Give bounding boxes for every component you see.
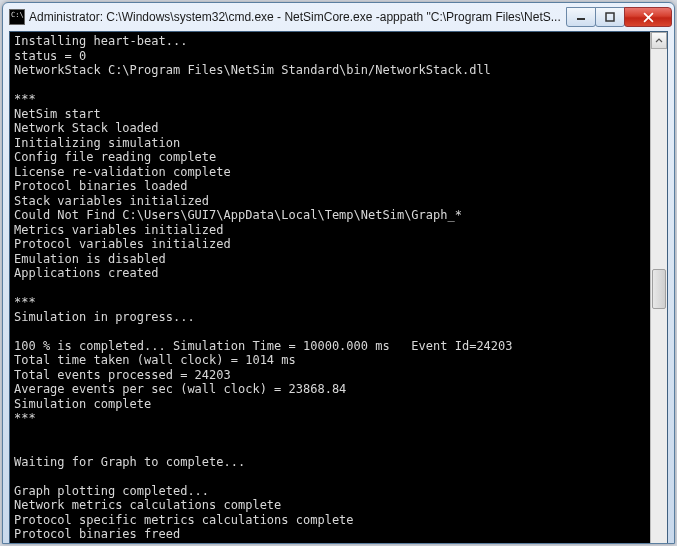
console-line: Config file reading complete [14, 150, 646, 165]
console-line [14, 78, 646, 93]
console-line: *** [14, 295, 646, 310]
maximize-button[interactable] [595, 7, 625, 27]
console-line [14, 440, 646, 455]
console-line: Initializing simulation [14, 136, 646, 151]
console-line [14, 324, 646, 339]
console-line: Average events per sec (wall clock) = 23… [14, 382, 646, 397]
vertical-scrollbar[interactable] [650, 32, 667, 544]
cmd-window: Administrator: C:\Windows\system32\cmd.e… [2, 2, 675, 544]
console-line: Applications created [14, 266, 646, 281]
console-line [14, 469, 646, 484]
close-button[interactable] [624, 7, 672, 27]
minimize-icon [576, 12, 586, 22]
scroll-track[interactable] [651, 49, 667, 544]
console-line: Graph plotting completed... [14, 484, 646, 499]
minimize-button[interactable] [566, 7, 596, 27]
console-output[interactable]: Installing heart-beat...status = 0Networ… [10, 32, 650, 544]
maximize-icon [605, 12, 615, 22]
console-line: Total time taken (wall clock) = 1014 ms [14, 353, 646, 368]
console-line: status = 0 [14, 49, 646, 64]
console-line: Protocol binaries loaded [14, 179, 646, 194]
console-line: Installing heart-beat... [14, 34, 646, 49]
window-title: Administrator: C:\Windows\system32\cmd.e… [29, 3, 567, 31]
console-line: Simulation in progress... [14, 310, 646, 325]
console-line: Could Not Find C:\Users\GUI7\AppData\Loc… [14, 208, 646, 223]
svg-rect-0 [577, 18, 585, 20]
chevron-up-icon [655, 37, 663, 45]
console-line: Network Stack loaded [14, 121, 646, 136]
client-area: Installing heart-beat...status = 0Networ… [9, 31, 668, 544]
close-icon [643, 12, 654, 23]
console-line: License re-validation complete [14, 165, 646, 180]
console-line: Network metrics calculations complete [14, 498, 646, 513]
scroll-up-button[interactable] [651, 32, 667, 49]
console-line: Stack memory freed [14, 542, 646, 545]
cmd-icon [9, 9, 25, 25]
console-line: 100 % is completed... Simulation Time = … [14, 339, 646, 354]
console-line [14, 281, 646, 296]
console-line: *** [14, 92, 646, 107]
console-line: NetSim start [14, 107, 646, 122]
console-line: Stack variables initialized [14, 194, 646, 209]
console-line [14, 426, 646, 441]
console-line: NetworkStack C:\Program Files\NetSim Sta… [14, 63, 646, 78]
console-line: Waiting for Graph to complete... [14, 455, 646, 470]
window-controls [567, 7, 672, 27]
console-line: Protocol binaries freed [14, 527, 646, 542]
titlebar[interactable]: Administrator: C:\Windows\system32\cmd.e… [3, 3, 674, 31]
console-line: Emulation is disabled [14, 252, 646, 267]
console-line: Protocol variables initialized [14, 237, 646, 252]
console-line: Simulation complete [14, 397, 646, 412]
console-line: Protocol specific metrics calculations c… [14, 513, 646, 528]
svg-rect-1 [606, 13, 614, 21]
console-line: *** [14, 411, 646, 426]
console-line: Total events processed = 24203 [14, 368, 646, 383]
scroll-thumb[interactable] [652, 269, 666, 309]
console-line: Metrics variables initialized [14, 223, 646, 238]
